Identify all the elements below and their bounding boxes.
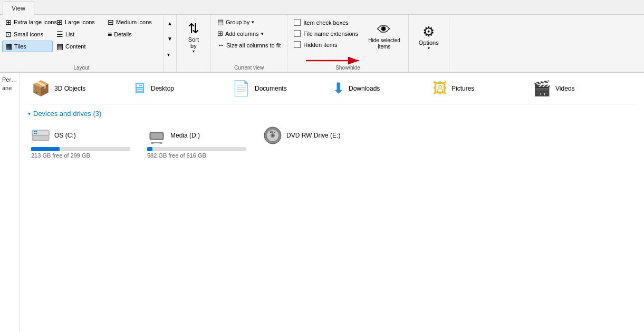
btn-details[interactable]: ≡ Details xyxy=(104,28,155,40)
sidebar-item-ane-1[interactable]: ane xyxy=(0,84,20,92)
content-icon: ▤ xyxy=(56,42,63,51)
btn-size-all-columns[interactable]: ↔ Size all columns to fit xyxy=(214,40,284,51)
folder-documents-icon: 📄 xyxy=(232,80,251,97)
drive-media-d-name: Media (D:) xyxy=(170,132,200,139)
item-checkboxes-checkbox xyxy=(294,19,301,26)
folder-item-desktop[interactable]: 🖥 Desktop xyxy=(128,77,226,100)
btn-content[interactable]: ▤ Content xyxy=(53,41,104,52)
large-icons-icon: ⊞ xyxy=(56,18,63,26)
scroll-up-arrow[interactable]: ▲ xyxy=(165,19,175,27)
ribbon-content: Layout ⊞ Extra large icons ⊞ Large icons… xyxy=(0,15,644,73)
hide-selected-label: Hide selecteditems xyxy=(368,37,400,50)
ribbon-group-options: ⚙ Options ▾ xyxy=(409,15,449,72)
svg-rect-11 xyxy=(151,142,162,143)
folder-3d-objects-name: 3D Objects xyxy=(54,85,85,92)
tiles-icon: ▦ xyxy=(5,42,12,51)
extra-large-icons-label: Extra large icons xyxy=(14,19,57,25)
folder-downloads-icon: ⬇ xyxy=(332,80,344,97)
svg-rect-8 xyxy=(151,133,162,139)
folder-item-pictures[interactable]: 🖼 Pictures xyxy=(429,77,526,100)
group-by-icon: ▤ xyxy=(217,18,224,26)
show-hide-checkboxes: Item check boxes File name extensions Hi… xyxy=(291,16,361,63)
btn-hidden-items[interactable]: Hidden items xyxy=(291,40,361,50)
devices-section-header[interactable]: ▾ Devices and drives (3) xyxy=(28,110,636,118)
ribbon-group-show-hide: Show/hide Item check boxes File name ext… xyxy=(287,15,409,72)
drive-media-d-icon xyxy=(147,126,166,145)
drive-os-c-name: OS (C:) xyxy=(54,132,76,139)
btn-list[interactable]: ☰ List xyxy=(53,28,104,40)
folder-item-downloads[interactable]: ⬇ Downloads xyxy=(329,77,426,100)
drive-os-c-bar-bg xyxy=(31,147,130,151)
options-icon: ⚙ xyxy=(422,25,435,38)
small-icons-icon: ⊡ xyxy=(5,30,12,38)
folder-videos-icon: 🎬 xyxy=(533,80,551,97)
add-columns-label: Add columns xyxy=(225,31,259,37)
svg-point-15 xyxy=(272,134,274,136)
main-area: Personal ane 📦 3D Objects 🖥 Desktop 📄 Do… xyxy=(0,73,644,332)
folder-desktop-icon: 🖥 xyxy=(132,80,147,97)
folder-videos-name: Videos xyxy=(555,85,574,92)
drive-item-os-c[interactable]: OS (C:) 213 GB free of 299 GB xyxy=(28,123,133,162)
sort-dropdown-arrow: ▾ xyxy=(193,49,195,54)
list-label: List xyxy=(65,31,74,37)
btn-hide-selected-items[interactable]: 👁 Hide selecteditems xyxy=(363,16,405,63)
btn-group-by[interactable]: ▤ Group by ▾ xyxy=(214,16,284,27)
folder-downloads-name: Downloads xyxy=(349,85,380,92)
ribbon-group-layout: Layout ⊞ Extra large icons ⊞ Large icons… xyxy=(0,15,164,72)
item-checkboxes-label: Item check boxes xyxy=(303,19,349,26)
size-all-columns-icon: ↔ xyxy=(217,41,224,49)
btn-small-icons[interactable]: ⊡ Small icons xyxy=(2,28,53,40)
folder-pictures-icon: 🖼 xyxy=(432,80,447,97)
folder-item-3d-objects[interactable]: 📦 3D Objects xyxy=(28,77,126,100)
drive-os-c-bar-fill xyxy=(31,147,60,151)
current-view-label: Current view xyxy=(211,65,287,71)
ribbon-group-sort: ⇅ Sortby ▾ xyxy=(177,15,211,72)
extra-large-icons-icon: ⊞ xyxy=(5,18,12,26)
btn-options[interactable]: ⚙ Options ▾ xyxy=(413,16,445,58)
details-label: Details xyxy=(114,31,132,37)
folder-pictures-name: Pictures xyxy=(451,85,474,92)
btn-large-icons[interactable]: ⊞ Large icons xyxy=(53,16,104,28)
drive-os-c-icon xyxy=(31,126,50,145)
ribbon-tab-bar: View xyxy=(0,0,644,15)
devices-section-collapse-icon: ▾ xyxy=(28,111,31,116)
drive-media-d-bar-bg xyxy=(147,147,246,151)
btn-medium-icons[interactable]: ⊟ Medium icons xyxy=(104,16,155,28)
svg-text:DVD: DVD xyxy=(270,130,276,133)
group-by-arrow: ▾ xyxy=(252,19,254,25)
btn-add-columns[interactable]: ⊞ Add columns ▾ xyxy=(214,28,284,39)
layout-group-label: Layout xyxy=(0,65,163,71)
folder-item-videos[interactable]: 🎬 Videos xyxy=(529,77,627,100)
scroll-down-arrow[interactable]: ▼ xyxy=(165,35,175,43)
btn-extra-large-icons[interactable]: ⊞ Extra large icons xyxy=(2,16,53,28)
group-by-label: Group by xyxy=(226,19,249,25)
folder-item-documents[interactable]: 📄 Documents xyxy=(228,77,326,100)
drive-dvd-e-name: DVD RW Drive (E:) xyxy=(286,132,340,139)
btn-tiles[interactable]: ▦ Tiles xyxy=(2,41,53,52)
folders-section: 📦 3D Objects 🖥 Desktop 📄 Documents ⬇ Dow… xyxy=(28,77,636,100)
drive-item-dvd-e[interactable]: DVD DVD RW Drive (E:) xyxy=(260,123,366,162)
ribbon-group-current-view: Current view ▤ Group by ▾ ⊞ Add columns … xyxy=(211,15,287,72)
btn-file-name-extensions[interactable]: File name extensions xyxy=(291,28,361,38)
sort-icon: ⇅ xyxy=(188,22,199,35)
details-icon: ≡ xyxy=(108,30,112,38)
content-label: Content xyxy=(65,43,86,50)
file-name-extensions-label: File name extensions xyxy=(303,31,358,37)
btn-sort-by[interactable]: ⇅ Sortby ▾ xyxy=(181,16,206,58)
sidebar-item-personal[interactable]: Personal xyxy=(0,75,20,84)
file-content-area: 📦 3D Objects 🖥 Desktop 📄 Documents ⬇ Dow… xyxy=(20,73,644,332)
layout-buttons-grid: ⊞ Extra large icons ⊞ Large icons ⊟ Medi… xyxy=(2,16,155,52)
options-label: Options xyxy=(419,40,439,46)
btn-item-checkboxes[interactable]: Item check boxes xyxy=(291,17,361,27)
layout-scroll-arrows: ▲ ▼ ▾ xyxy=(164,15,177,72)
list-icon: ☰ xyxy=(56,30,63,38)
tiles-label: Tiles xyxy=(14,43,26,50)
folder-documents-name: Documents xyxy=(255,85,287,92)
drives-section: OS (C:) 213 GB free of 299 GB xyxy=(28,123,636,162)
tab-view[interactable]: View xyxy=(3,2,34,15)
drive-os-c-info: 213 GB free of 299 GB xyxy=(31,152,130,159)
add-columns-arrow: ▾ xyxy=(261,31,264,36)
drive-item-media-d[interactable]: Media (D:) 582 GB free of 616 GB xyxy=(144,123,249,162)
scroll-expand-arrow[interactable]: ▾ xyxy=(165,51,175,58)
drive-media-d-bar-fill xyxy=(147,147,152,151)
